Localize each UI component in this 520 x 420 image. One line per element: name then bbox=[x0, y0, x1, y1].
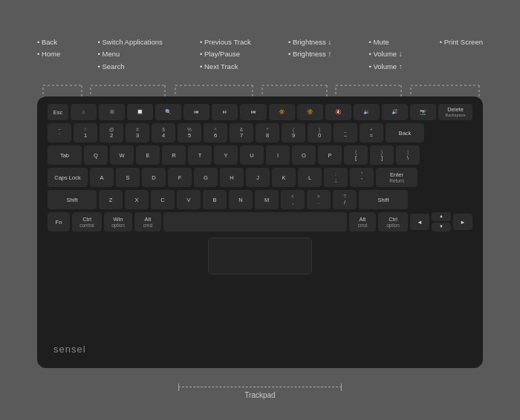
key-f9[interactable]: 🔆 bbox=[297, 104, 323, 120]
key-f7[interactable]: ⏭ bbox=[240, 104, 266, 120]
key-f3[interactable]: 🔲 bbox=[127, 104, 153, 120]
key-u[interactable]: U bbox=[240, 145, 264, 165]
key-0[interactable]: )0 bbox=[308, 123, 331, 142]
key-s[interactable]: S bbox=[116, 168, 140, 187]
key-v[interactable]: V bbox=[177, 190, 201, 209]
trackpad[interactable] bbox=[208, 237, 312, 275]
key-p[interactable]: P bbox=[318, 145, 342, 165]
key-rbracket[interactable]: }] bbox=[370, 145, 394, 165]
key-n[interactable]: N bbox=[229, 190, 253, 209]
key-quote[interactable]: "' bbox=[350, 168, 374, 187]
key-z[interactable]: Z bbox=[99, 190, 123, 209]
annotation-volume-up: Volume ↑ bbox=[368, 62, 402, 72]
key-2[interactable]: @2 bbox=[100, 123, 123, 142]
key-lbracket[interactable]: {[ bbox=[344, 145, 368, 165]
key-fn[interactable]: Fn bbox=[48, 212, 70, 232]
key-arrow-down[interactable]: ▼ bbox=[432, 223, 451, 232]
key-backspace[interactable]: Back bbox=[386, 123, 424, 142]
key-f10[interactable]: 🔇 bbox=[325, 104, 351, 120]
key-e[interactable]: E bbox=[136, 145, 160, 165]
key-comma[interactable]: <, bbox=[281, 190, 305, 209]
key-arrow-right[interactable]: ► bbox=[453, 214, 472, 230]
key-f6[interactable]: ⏯ bbox=[212, 104, 238, 120]
key-h[interactable]: H bbox=[220, 168, 244, 187]
qwerty-row: Tab Q W E R T Y U I O P {[ }] |\ bbox=[48, 145, 472, 165]
key-8[interactable]: *8 bbox=[256, 123, 279, 142]
annotation-brightness-down: Brightness ↓ bbox=[288, 37, 331, 47]
annotation-search: Search bbox=[98, 62, 163, 72]
key-f11[interactable]: 🔉 bbox=[354, 104, 380, 120]
key-ctrl-right[interactable]: Ctrloption bbox=[378, 212, 408, 232]
key-f1[interactable]: ⌂ bbox=[71, 104, 97, 120]
key-shift-left[interactable]: Shift bbox=[48, 190, 97, 209]
trackpad-line-left bbox=[178, 384, 179, 391]
key-alt-left[interactable]: Altcmd bbox=[134, 212, 161, 232]
key-shift-right[interactable]: Shift bbox=[359, 190, 408, 209]
key-delete[interactable]: DeleteBackspace bbox=[438, 104, 472, 120]
key-f[interactable]: F bbox=[168, 168, 192, 187]
key-b[interactable]: B bbox=[203, 190, 227, 209]
key-f12[interactable]: 🔊 bbox=[382, 104, 408, 120]
key-c[interactable]: C bbox=[151, 190, 175, 209]
key-9[interactable]: (9 bbox=[282, 123, 305, 142]
key-w[interactable]: W bbox=[110, 145, 134, 165]
keyboard-wrapper: sensel Esc ⌂ ⊞ 🔲 🔍 ⏮ ⏯ ⏭ 🔅 🔆 🔇 🔉 🔊 📷 Del… bbox=[37, 96, 483, 368]
key-prtsc[interactable]: 📷 bbox=[410, 104, 436, 120]
key-ctrl-left[interactable]: Ctrlcontrol bbox=[72, 212, 102, 232]
key-j[interactable]: J bbox=[246, 168, 270, 187]
key-alt-right[interactable]: Altcmd bbox=[349, 212, 376, 232]
bottom-row: Fn Ctrlcontrol Winoption Altcmd Altcmd C… bbox=[48, 212, 472, 232]
key-f5[interactable]: ⏮ bbox=[183, 104, 209, 120]
annotation-volume-down: Volume ↓ bbox=[368, 49, 402, 59]
key-arrow-left[interactable]: ◄ bbox=[410, 214, 429, 230]
key-slash[interactable]: ?/ bbox=[333, 190, 357, 209]
key-g[interactable]: G bbox=[194, 168, 218, 187]
key-o[interactable]: O bbox=[292, 145, 316, 165]
key-r[interactable]: R bbox=[162, 145, 186, 165]
key-win[interactable]: Winoption bbox=[104, 212, 132, 232]
key-f2[interactable]: ⊞ bbox=[99, 104, 125, 120]
key-5[interactable]: %5 bbox=[178, 123, 201, 142]
key-backslash[interactable]: |\ bbox=[396, 145, 420, 165]
key-a[interactable]: A bbox=[90, 168, 114, 187]
key-x[interactable]: X bbox=[125, 190, 149, 209]
key-q[interactable]: Q bbox=[84, 145, 108, 165]
key-1[interactable]: !1 bbox=[74, 123, 97, 142]
key-6[interactable]: ^6 bbox=[204, 123, 227, 142]
key-4[interactable]: $4 bbox=[152, 123, 175, 142]
key-esc[interactable]: Esc bbox=[48, 104, 68, 120]
key-space[interactable] bbox=[163, 212, 347, 232]
key-f8[interactable]: 🔅 bbox=[269, 104, 295, 120]
sensel-logo: sensel bbox=[53, 344, 86, 355]
key-caps-lock[interactable]: Caps Lock bbox=[48, 168, 88, 187]
key-period[interactable]: >. bbox=[307, 190, 331, 209]
key-d[interactable]: D bbox=[142, 168, 166, 187]
annotation-previous-track: Previous Track bbox=[200, 37, 251, 47]
annotation-mute: Mute bbox=[368, 37, 402, 47]
key-backtick[interactable]: ~` bbox=[48, 123, 71, 142]
key-t[interactable]: T bbox=[188, 145, 212, 165]
annotations-area: Back Home Switch Applications Menu Searc… bbox=[37, 37, 483, 72]
key-l[interactable]: L bbox=[298, 168, 322, 187]
key-7[interactable]: &7 bbox=[230, 123, 253, 142]
key-m[interactable]: M bbox=[255, 190, 279, 209]
annotation-back-home: Back Home bbox=[37, 37, 60, 72]
key-semicolon[interactable]: :; bbox=[324, 168, 348, 187]
key-k[interactable]: K bbox=[272, 168, 296, 187]
key-tab[interactable]: Tab bbox=[48, 145, 82, 165]
key-enter[interactable]: EnterReturn bbox=[376, 168, 417, 187]
trackpad-container bbox=[48, 237, 472, 275]
key-arrow-up[interactable]: ▲ bbox=[432, 212, 451, 221]
trackpad-label-area: Trackpad bbox=[178, 387, 342, 399]
key-equals[interactable]: += bbox=[360, 123, 383, 142]
annotation-next-track: Next Track bbox=[200, 62, 251, 72]
key-3[interactable]: #3 bbox=[126, 123, 149, 142]
asdf-row: Caps Lock A S D F G H J K L :; "' EnterR… bbox=[48, 168, 472, 187]
annotation-brightness: Brightness ↓ Brightness ↑ bbox=[288, 37, 331, 72]
key-f4[interactable]: 🔍 bbox=[155, 104, 181, 120]
key-minus[interactable]: _– bbox=[334, 123, 357, 142]
key-y[interactable]: Y bbox=[214, 145, 238, 165]
key-i[interactable]: I bbox=[266, 145, 290, 165]
annotation-switch-applications: Switch Applications bbox=[98, 37, 163, 47]
key-arrow-updown-group: ▲ ▼ bbox=[432, 212, 451, 232]
